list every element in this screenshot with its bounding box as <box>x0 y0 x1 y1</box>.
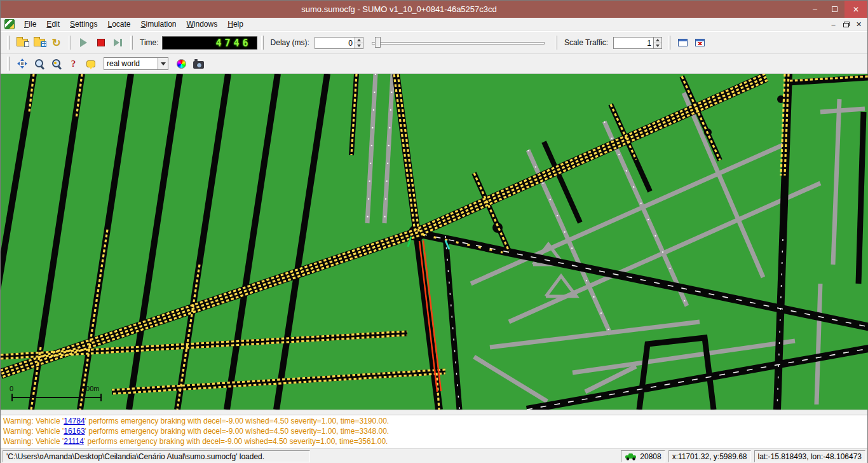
maximize-button[interactable] <box>825 1 844 18</box>
window-title: sumo.sumocfg - SUMO v1_10_0+0841-46a5257… <box>1 1 797 18</box>
play-button[interactable] <box>76 35 92 51</box>
locate-button[interactable] <box>48 56 64 72</box>
cursor-latlon-panel: lat:-15.818493, lon:-48.106473 <box>754 450 865 462</box>
delay-down-button[interactable] <box>355 43 363 48</box>
arrow-up-icon <box>357 39 361 41</box>
play-icon <box>80 38 87 47</box>
scale-bar-zero: 0 <box>10 385 13 392</box>
delay-spinner-arrows <box>355 38 363 48</box>
recenter-view-button[interactable] <box>14 56 30 72</box>
snapshot-button[interactable] <box>191 56 207 72</box>
menu-help[interactable]: Help <box>222 18 248 30</box>
open-config-button[interactable] <box>14 35 30 51</box>
close-button[interactable]: ✕ <box>844 1 867 18</box>
step-button[interactable] <box>110 35 126 51</box>
menu-simulation[interactable]: Simulation <box>135 18 181 30</box>
close-icon: ✕ <box>853 5 859 14</box>
mdi-close-icon: ✕ <box>856 20 862 29</box>
mdi-window-buttons: – ✕ <box>828 20 864 29</box>
mdi-close-button[interactable]: ✕ <box>853 20 864 29</box>
scale-down-button[interactable] <box>654 43 661 48</box>
title-bar: sumo.sumocfg - SUMO v1_10_0+0841-46a5257… <box>1 1 867 18</box>
scale-bar-distance: 100m <box>82 385 100 392</box>
warning-line: Warning: Vehicle '16163' performs emerge… <box>3 426 866 436</box>
coloring-scheme-select[interactable]: real world <box>104 57 168 70</box>
new-3d-view-button[interactable] <box>692 35 708 51</box>
message-log[interactable]: Warning: Vehicle '14784' performs emerge… <box>1 415 867 448</box>
locate-icon <box>51 59 62 69</box>
vehicle-id-link[interactable]: 21114 <box>64 437 84 446</box>
scale-spinner-arrows <box>653 38 661 48</box>
toolbar-grip[interactable] <box>668 36 670 50</box>
map-canvas[interactable]: 0 100m <box>1 74 868 410</box>
minimize-icon: – <box>813 5 817 14</box>
new-3d-view-icon <box>695 39 705 46</box>
toolbar-grip[interactable] <box>7 36 10 50</box>
delay-slider-track[interactable] <box>372 42 545 45</box>
arrow-up-icon <box>656 39 660 41</box>
menu-settings[interactable]: Settings <box>65 18 102 30</box>
sumo-main-window: sumo.sumocfg - SUMO v1_10_0+0841-46a5257… <box>0 0 868 463</box>
zoom-button[interactable] <box>31 56 47 72</box>
open-network-icon <box>34 39 45 46</box>
delay-spinner[interactable]: 0 <box>315 37 363 49</box>
arrow-down-icon <box>357 45 361 47</box>
scale-traffic-spinner[interactable]: 1 <box>613 37 662 49</box>
camera-icon <box>193 61 204 69</box>
color-wheel-icon <box>177 59 186 69</box>
warning-line: Warning: Vehicle '21114' performs emerge… <box>3 436 866 446</box>
cursor-xy-panel: x:11701.32, y:5989.68 <box>668 450 751 462</box>
warning-line: Warning: Vehicle '14784' performs emerge… <box>3 416 866 426</box>
tooltip-icon <box>86 60 95 67</box>
stop-icon <box>97 39 105 46</box>
stop-button[interactable] <box>93 35 109 51</box>
toolbar-grip[interactable] <box>69 36 71 50</box>
help-button[interactable]: ? <box>65 56 81 72</box>
scale-up-button[interactable] <box>654 38 661 43</box>
delay-slider[interactable] <box>372 36 545 50</box>
help-icon: ? <box>71 59 76 69</box>
edit-coloring-button[interactable] <box>173 56 189 72</box>
delay-label: Delay (ms): <box>271 38 309 47</box>
tooltip-toggle-button[interactable] <box>83 56 98 72</box>
mdi-minimize-button[interactable]: – <box>828 20 839 29</box>
zoom-icon <box>34 59 44 69</box>
delay-slider-thumb[interactable] <box>375 37 381 48</box>
vehicle-id-link[interactable]: 16163 <box>64 427 85 436</box>
new-view-button[interactable] <box>675 35 691 51</box>
coloring-scheme-dropdown-button[interactable] <box>158 58 168 69</box>
vehicle-id-link[interactable]: 14784 <box>64 417 85 425</box>
delay-up-button[interactable] <box>355 38 363 43</box>
menu-bar: File Edit Settings Locate Simulation Win… <box>1 18 867 31</box>
mdi-restore-button[interactable] <box>841 20 851 29</box>
menu-windows[interactable]: Windows <box>182 18 223 30</box>
scale-traffic-value[interactable]: 1 <box>614 38 653 48</box>
time-lcd-display: 4746 <box>162 36 257 50</box>
sumo-app-icon <box>4 19 15 29</box>
minimize-button[interactable]: – <box>805 1 825 18</box>
time-label: Time: <box>140 38 159 47</box>
menu-edit[interactable]: Edit <box>41 18 65 30</box>
toolbar-grip[interactable] <box>7 57 10 71</box>
status-bar: 'C:\Users\¤Amanda\Desktop\Ceilandia\Cená… <box>1 448 867 463</box>
open-network-button[interactable] <box>31 35 47 51</box>
menu-locate[interactable]: Locate <box>102 18 135 30</box>
toolbar-grip[interactable] <box>261 36 264 50</box>
caption-buttons: – ✕ <box>805 1 867 18</box>
vehicle-count-panel: 20808 <box>621 450 665 462</box>
mdi-minimize-icon: – <box>831 20 835 28</box>
view-toolbar: ? real world <box>1 54 867 74</box>
car-icon <box>625 453 637 460</box>
log-splitter[interactable] <box>1 410 867 415</box>
vehicle-count: 20808 <box>640 452 661 461</box>
toolbar-grip[interactable] <box>130 36 133 50</box>
reload-icon: ↻ <box>51 38 60 48</box>
menu-file[interactable]: File <box>19 18 41 30</box>
recenter-view-icon <box>17 59 27 69</box>
coloring-scheme-value: real world <box>104 58 158 69</box>
open-config-icon <box>17 39 28 46</box>
delay-value[interactable]: 0 <box>315 38 355 48</box>
reload-button[interactable]: ↻ <box>48 35 64 51</box>
new-view-icon <box>678 39 688 46</box>
toolbar-grip[interactable] <box>555 36 557 50</box>
